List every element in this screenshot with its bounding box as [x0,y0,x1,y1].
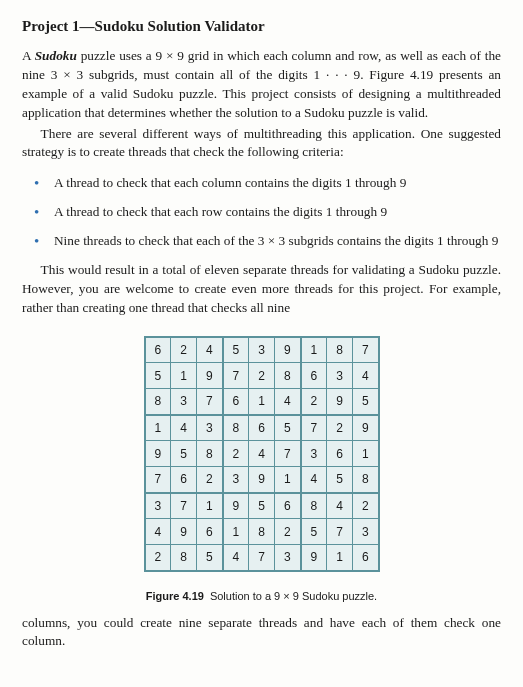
sudoku-cell: 9 [353,415,379,441]
sudoku-cell: 9 [301,545,327,571]
sudoku-cell: 5 [249,493,275,519]
sudoku-cell: 1 [327,545,353,571]
sudoku-cell: 8 [197,441,223,467]
sudoku-cell: 8 [223,415,249,441]
sudoku-cell: 4 [353,363,379,389]
sudoku-cell: 3 [145,493,171,519]
sudoku-cell: 1 [145,415,171,441]
sudoku-cell: 9 [171,519,197,545]
figure-caption-text: Solution to a 9 × 9 Sudoku puzzle. [210,590,377,602]
sudoku-cell: 9 [197,363,223,389]
sudoku-cell: 2 [171,337,197,363]
figure-caption: Figure 4.19Solution to a 9 × 9 Sudoku pu… [146,590,377,602]
paragraph-3: This would result in a total of eleven s… [22,261,501,318]
sudoku-cell: 9 [249,467,275,493]
sudoku-cell: 1 [171,363,197,389]
sudoku-cell: 6 [301,363,327,389]
list-item: A thread to check that each column conta… [50,174,501,193]
sudoku-cell: 7 [145,467,171,493]
sudoku-cell: 3 [327,363,353,389]
sudoku-cell: 5 [223,337,249,363]
sudoku-cell: 4 [197,337,223,363]
sudoku-cell: 4 [327,493,353,519]
sudoku-cell: 3 [223,467,249,493]
sudoku-cell: 6 [353,545,379,571]
sudoku-cell: 7 [327,519,353,545]
sudoku-cell: 5 [327,467,353,493]
term-sudoku: Sudoku [35,48,77,63]
paragraph-1: A Sudoku puzzle uses a 9 × 9 grid in whi… [22,47,501,123]
sudoku-cell: 4 [171,415,197,441]
sudoku-cell: 3 [249,337,275,363]
sudoku-cell: 6 [145,337,171,363]
sudoku-cell: 8 [171,545,197,571]
sudoku-cell: 9 [145,441,171,467]
criteria-list: A thread to check that each column conta… [22,174,501,251]
sudoku-cell: 1 [301,337,327,363]
sudoku-cell: 8 [327,337,353,363]
sudoku-cell: 5 [301,519,327,545]
sudoku-cell: 2 [223,441,249,467]
sudoku-cell: 6 [275,493,301,519]
sudoku-cell: 6 [249,415,275,441]
sudoku-cell: 2 [145,545,171,571]
text: A [22,48,35,63]
sudoku-cell: 9 [327,389,353,415]
sudoku-grid: 6245391875197286348376142951438657299582… [144,336,380,572]
sudoku-cell: 2 [249,363,275,389]
sudoku-cell: 3 [353,519,379,545]
sudoku-cell: 2 [301,389,327,415]
sudoku-cell: 8 [301,493,327,519]
sudoku-cell: 3 [171,389,197,415]
sudoku-cell: 4 [275,389,301,415]
paragraph-4: columns, you could create nine separate … [22,614,501,652]
list-item: A thread to check that each row contains… [50,203,501,222]
sudoku-cell: 7 [223,363,249,389]
sudoku-cell: 6 [197,519,223,545]
sudoku-cell: 8 [145,389,171,415]
sudoku-cell: 2 [353,493,379,519]
sudoku-cell: 4 [301,467,327,493]
project-title: Project 1—Sudoku Solution Validator [22,18,501,35]
sudoku-cell: 9 [275,337,301,363]
sudoku-cell: 3 [197,415,223,441]
sudoku-cell: 4 [223,545,249,571]
sudoku-cell: 8 [275,363,301,389]
sudoku-cell: 2 [327,415,353,441]
sudoku-cell: 1 [275,467,301,493]
sudoku-cell: 4 [145,519,171,545]
sudoku-cell: 2 [275,519,301,545]
sudoku-cell: 7 [301,415,327,441]
list-item: Nine threads to check that each of the 3… [50,232,501,251]
sudoku-cell: 5 [171,441,197,467]
sudoku-cell: 7 [275,441,301,467]
sudoku-cell: 2 [197,467,223,493]
sudoku-cell: 7 [353,337,379,363]
sudoku-cell: 5 [353,389,379,415]
sudoku-cell: 6 [223,389,249,415]
sudoku-cell: 7 [171,493,197,519]
figure-label: Figure 4.19 [146,590,204,602]
sudoku-cell: 7 [249,545,275,571]
sudoku-cell: 6 [171,467,197,493]
sudoku-cell: 8 [353,467,379,493]
sudoku-cell: 1 [249,389,275,415]
text: puzzle uses a 9 × 9 grid in which each c… [22,48,501,120]
page: Project 1—Sudoku Solution Validator A Su… [0,0,523,675]
sudoku-cell: 1 [353,441,379,467]
sudoku-cell: 9 [223,493,249,519]
sudoku-cell: 3 [301,441,327,467]
sudoku-cell: 7 [197,389,223,415]
figure-4-19: 6245391875197286348376142951438657299582… [22,336,501,602]
sudoku-cell: 5 [197,545,223,571]
sudoku-cell: 1 [197,493,223,519]
paragraph-2: There are several different ways of mult… [22,125,501,163]
sudoku-cell: 1 [223,519,249,545]
sudoku-cell: 4 [249,441,275,467]
sudoku-cell: 5 [145,363,171,389]
sudoku-cell: 5 [275,415,301,441]
sudoku-cell: 8 [249,519,275,545]
sudoku-cell: 3 [275,545,301,571]
sudoku-cell: 6 [327,441,353,467]
